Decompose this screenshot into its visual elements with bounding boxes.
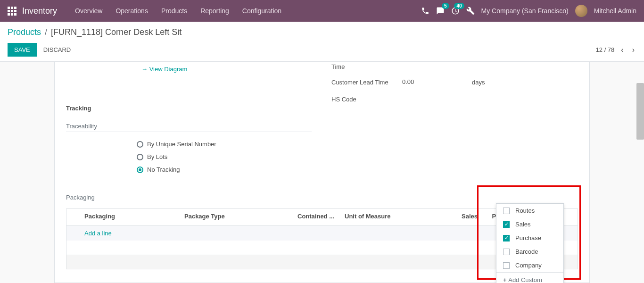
nav-operations[interactable]: Operations bbox=[109, 7, 154, 15]
company-switcher[interactable]: My Company (San Francisco) bbox=[481, 7, 569, 15]
dd-label: Sales bbox=[515, 221, 531, 228]
apps-icon[interactable] bbox=[8, 7, 17, 16]
nav-overview[interactable]: Overview bbox=[68, 7, 109, 15]
hs-code-input[interactable] bbox=[402, 94, 553, 104]
packaging-header: Packaging bbox=[66, 194, 578, 203]
user-avatar[interactable] bbox=[575, 5, 587, 17]
wrench-icon[interactable] bbox=[466, 7, 475, 15]
lead-time-input[interactable] bbox=[402, 77, 468, 87]
dd-purchase[interactable]: ✓ Purchase bbox=[496, 231, 563, 245]
save-button[interactable]: SAVE bbox=[8, 43, 37, 57]
discard-button[interactable]: DISCARD bbox=[43, 46, 71, 53]
col-package-type[interactable]: Package Type bbox=[180, 209, 293, 225]
lead-time-unit: days bbox=[472, 79, 485, 86]
checkbox-icon bbox=[503, 262, 510, 269]
tracking-lots-option[interactable]: By Lots bbox=[137, 150, 216, 163]
checkbox-icon: ✓ bbox=[503, 235, 510, 241]
col-uom[interactable]: Unit of Measure bbox=[340, 209, 453, 225]
control-panel: Products / [FURN_1118] Corner Desk Left … bbox=[0, 22, 644, 62]
time-label: Time bbox=[331, 63, 402, 70]
dd-label: Company bbox=[515, 262, 542, 269]
checkbox-icon: ✓ bbox=[503, 221, 510, 228]
phone-icon[interactable] bbox=[421, 7, 429, 15]
checkbox-icon bbox=[503, 208, 510, 214]
col-sales[interactable]: Sales bbox=[453, 209, 486, 225]
col-contained[interactable]: Contained ... bbox=[293, 209, 340, 225]
tracking-label: Tracking bbox=[66, 105, 137, 176]
pager-next[interactable]: › bbox=[630, 46, 636, 54]
breadcrumb-root[interactable]: Products bbox=[8, 27, 41, 37]
pager: 12 / 78 ‹ › bbox=[596, 46, 636, 54]
dd-label: Barcode bbox=[515, 248, 538, 255]
nav-configuration[interactable]: Configuration bbox=[236, 7, 288, 15]
radio-icon bbox=[137, 141, 143, 148]
columns-dropdown: Routes ✓ Sales ✓ Purchase Barcode Compan… bbox=[496, 203, 564, 283]
tracking-lots-label: By Lots bbox=[147, 153, 167, 160]
nav-reporting[interactable]: Reporting bbox=[194, 7, 236, 15]
dd-barcode[interactable]: Barcode bbox=[496, 245, 563, 258]
app-brand[interactable]: Inventory bbox=[22, 6, 57, 16]
breadcrumb: Products / [FURN_1118] Corner Desk Left … bbox=[8, 27, 636, 37]
breadcrumb-current: [FURN_1118] Corner Desk Left Sit bbox=[51, 27, 182, 37]
content-area: View Diagram Time Customer Lead Time day… bbox=[0, 62, 644, 283]
messages-icon-wrap[interactable]: 5 bbox=[436, 7, 445, 15]
messages-badge: 5 bbox=[442, 3, 449, 9]
activity-badge: 40 bbox=[454, 3, 464, 9]
dd-sales[interactable]: ✓ Sales bbox=[496, 217, 563, 231]
dd-routes[interactable]: Routes bbox=[496, 204, 563, 217]
radio-icon bbox=[137, 166, 143, 173]
dd-company[interactable]: Company bbox=[496, 258, 563, 272]
pager-prev[interactable]: ‹ bbox=[619, 46, 625, 54]
breadcrumb-separator: / bbox=[45, 27, 47, 37]
radio-icon bbox=[137, 154, 143, 160]
dd-label: Routes bbox=[515, 207, 535, 214]
top-navbar: Inventory Overview Operations Products R… bbox=[0, 0, 644, 22]
dd-label: Purchase bbox=[515, 234, 541, 241]
form-sheet: View Diagram Time Customer Lead Time day… bbox=[54, 62, 590, 283]
tracking-serial-option[interactable]: By Unique Serial Number bbox=[137, 138, 216, 150]
add-custom-field[interactable]: Add Custom Field bbox=[496, 273, 563, 283]
hs-code-label: HS Code bbox=[331, 96, 402, 103]
view-diagram-link[interactable]: View Diagram bbox=[141, 66, 313, 73]
scrollbar-thumb[interactable] bbox=[636, 83, 644, 140]
activity-icon-wrap[interactable]: 40 bbox=[451, 7, 460, 15]
nav-menu: Overview Operations Products Reporting C… bbox=[68, 7, 288, 15]
nav-products[interactable]: Products bbox=[155, 7, 194, 15]
user-name[interactable]: Mitchell Admin bbox=[594, 7, 636, 15]
checkbox-icon bbox=[503, 249, 510, 255]
add-line-link[interactable]: Add a line bbox=[84, 230, 112, 237]
tracking-serial-label: By Unique Serial Number bbox=[147, 141, 216, 148]
col-packaging[interactable]: Packaging bbox=[66, 209, 180, 225]
pager-text: 12 / 78 bbox=[596, 46, 615, 53]
tracking-none-label: No Tracking bbox=[147, 166, 180, 173]
tracking-none-option[interactable]: No Tracking bbox=[137, 163, 216, 176]
lead-time-label: Customer Lead Time bbox=[331, 79, 402, 86]
nav-right: 5 40 My Company (San Francisco) Mitchell… bbox=[421, 5, 636, 17]
